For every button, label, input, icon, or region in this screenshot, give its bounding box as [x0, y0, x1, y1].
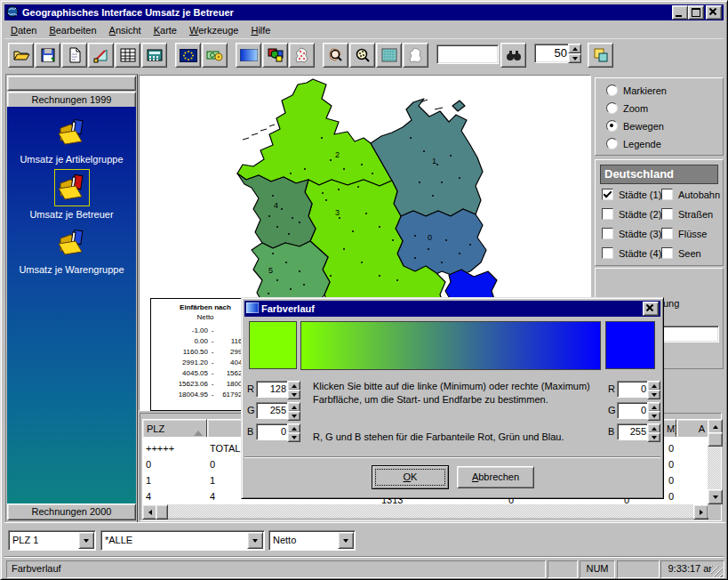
minimize-button[interactable]	[672, 5, 688, 20]
calculator-button[interactable]	[141, 43, 167, 68]
plz-combo[interactable]: PLZ 1	[8, 530, 96, 551]
sidebar-item-umsatz-je-betreuer[interactable]: Umsatz je Betreuer	[7, 169, 136, 220]
mode-legende[interactable]: Legende	[606, 138, 661, 149]
palette-button[interactable]	[262, 43, 288, 68]
min-b-value[interactable]: 0	[256, 423, 290, 440]
grid-button[interactable]	[376, 43, 402, 68]
min-r-value[interactable]: 128	[256, 381, 290, 398]
eu-flag-button[interactable]	[175, 43, 201, 68]
layer-seen[interactable]: Seen	[661, 247, 701, 259]
save-button[interactable]	[35, 43, 60, 68]
resize-grip[interactable]	[711, 566, 723, 577]
checkbox-icon[interactable]	[661, 208, 673, 220]
spin-down-button[interactable]	[647, 432, 660, 442]
value-type-combo[interactable]: Netto	[268, 530, 356, 551]
radio-icon[interactable]	[606, 138, 618, 149]
maximize-button[interactable]	[688, 5, 704, 20]
spin-down-button[interactable]	[287, 432, 300, 442]
checkbox-icon[interactable]	[661, 189, 673, 200]
spin-down-button[interactable]	[647, 411, 660, 421]
column-header-dm[interactable]: M]	[662, 419, 676, 439]
sidebar-group-rechnungen-2000[interactable]: Rechnungen 2000	[7, 503, 136, 520]
find-button[interactable]	[500, 43, 526, 68]
checkbox-icon[interactable]	[661, 247, 673, 259]
column-header-plz[interactable]: PLZ	[142, 419, 207, 439]
chevron-down-icon[interactable]	[78, 532, 94, 549]
menu-ansicht[interactable]: Ansicht	[103, 23, 148, 37]
scroll-down-button[interactable]	[708, 489, 723, 504]
radio-icon[interactable]	[606, 102, 618, 114]
checkbox-icon[interactable]	[602, 247, 613, 259]
germany-outline-button[interactable]	[403, 43, 428, 68]
menu-karte[interactable]: Karte	[148, 23, 183, 37]
spin-down-button[interactable]	[647, 390, 660, 399]
map-zone-4	[237, 173, 316, 248]
spin-down-button[interactable]	[287, 390, 300, 399]
menu-bearbeiten[interactable]: Bearbeiten	[43, 23, 102, 37]
close-button[interactable]	[706, 5, 722, 20]
layer-staedte-3[interactable]: Städte (3)	[602, 228, 661, 239]
column-header-a[interactable]: A	[676, 419, 709, 439]
dialog-close-button[interactable]	[643, 302, 659, 316]
menu-hilfe[interactable]: Hilfe	[244, 23, 276, 37]
vertical-scrollbar[interactable]	[708, 419, 721, 504]
draw-button[interactable]	[88, 43, 114, 68]
layer-strassen[interactable]: Straßen	[661, 208, 713, 220]
new-document-button[interactable]	[61, 43, 87, 68]
max-color-swatch[interactable]	[605, 321, 655, 369]
scrollbar-corner	[708, 504, 721, 518]
chevron-down-icon[interactable]	[247, 532, 263, 549]
sidebar-item-umsatz-je-artikelgruppe[interactable]: Umsatz je Artikelgruppe	[7, 114, 136, 165]
menu-daten[interactable]: Daten	[4, 23, 43, 37]
horizontal-scrollbar[interactable]	[142, 504, 708, 518]
checkbox-icon[interactable]	[602, 208, 613, 220]
layer-autobahn[interactable]: Autobahn	[661, 189, 720, 200]
money-button[interactable]	[202, 43, 228, 68]
layer-staedte-2[interactable]: Städte (2)	[602, 208, 661, 220]
folder-book-icon	[54, 114, 90, 151]
layer-staedte-1[interactable]: Städte (1)	[602, 189, 661, 200]
window-title: Geographisches Interface Umsatz je Betre…	[22, 7, 672, 18]
min-g-value[interactable]: 255	[256, 402, 290, 419]
vertical-scroll-thumb[interactable]	[708, 432, 723, 447]
cancel-button[interactable]: Abbrechen	[457, 466, 534, 488]
zoom-level-down-button[interactable]	[568, 53, 581, 63]
radio-icon[interactable]	[606, 120, 618, 132]
checkbox-icon[interactable]	[661, 228, 673, 239]
gradient-button[interactable]	[236, 43, 261, 68]
mode-markieren[interactable]: Markieren	[606, 85, 667, 96]
radio-icon[interactable]	[606, 85, 618, 96]
sort-ascending-icon	[194, 426, 203, 436]
mode-bewegen[interactable]: Bewegen	[606, 120, 664, 132]
checkbox-icon[interactable]	[602, 189, 613, 200]
mode-zoom[interactable]: Zoom	[606, 102, 648, 114]
search-input[interactable]	[436, 44, 499, 64]
open-button[interactable]	[8, 43, 34, 68]
sidebar-item-umsatz-je-warengruppe[interactable]: Umsatz je Warengruppe	[7, 224, 136, 275]
max-g-value[interactable]: 0	[617, 402, 650, 419]
scroll-right-button[interactable]	[693, 504, 708, 520]
eu-flag-icon	[180, 49, 197, 62]
layer-staedte-4[interactable]: Städte (4)	[602, 247, 661, 259]
gradient-preview[interactable]	[300, 321, 601, 370]
selection-combo[interactable]: *ALLE	[100, 530, 265, 551]
layers-button[interactable]	[588, 43, 613, 68]
zoom-points-button[interactable]	[349, 43, 375, 68]
filter-bar: PLZ 1 *ALLE Netto	[4, 522, 725, 557]
chevron-down-icon[interactable]	[338, 532, 354, 549]
menu-werkzeuge[interactable]: Werkzeuge	[183, 23, 244, 37]
germany-cities-button[interactable]	[289, 43, 315, 68]
zoom-level-up-button[interactable]	[568, 44, 581, 53]
min-color-swatch[interactable]	[249, 321, 297, 369]
horizontal-scroll-thumb[interactable]	[156, 504, 168, 520]
zone-label-1: 1	[432, 157, 436, 165]
zoom-level-value[interactable]: 50	[534, 44, 572, 63]
spin-down-button[interactable]	[287, 411, 300, 421]
zoom-map-button[interactable]	[323, 43, 348, 68]
ok-button[interactable]: OK	[372, 465, 449, 489]
max-r-value[interactable]: 0	[617, 381, 650, 398]
table-button[interactable]	[115, 43, 140, 68]
max-b-value[interactable]: 255	[617, 423, 650, 440]
layer-fluesse[interactable]: Flüsse	[661, 228, 707, 239]
checkbox-icon[interactable]	[602, 228, 613, 239]
